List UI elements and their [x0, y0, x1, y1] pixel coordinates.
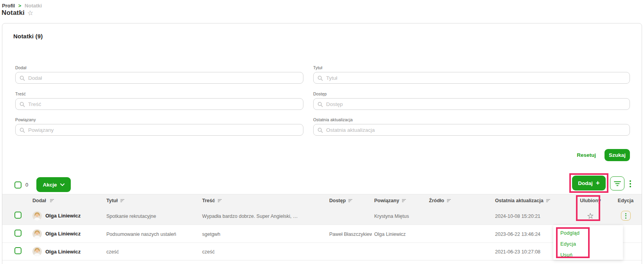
cell-dodal-value: Olga Liniewicz — [45, 231, 81, 237]
column-header-ulubiony: Ulubiony — [571, 198, 610, 203]
cell-dodal-value: Olga Liniewicz — [45, 249, 81, 255]
cell-dodal: Olga Liniewicz — [32, 247, 104, 256]
cell-powiazany: Olga Liniewicz — [372, 230, 427, 237]
column-header-label: Ostatnia aktualizacja — [495, 198, 544, 203]
column-header-edycja: Edycja — [610, 198, 642, 203]
panel-heading: Notatki (9) — [13, 33, 43, 40]
context-menu-item-podglad[interactable]: Podgląd — [553, 228, 623, 239]
ostatnia-aktualizacja-input[interactable] — [325, 124, 627, 135]
selected-count: 0 — [25, 182, 28, 188]
column-header-label: Powiązany — [374, 198, 399, 203]
chevron-down-icon — [60, 183, 65, 186]
column-header-zrodlo[interactable]: Źródło — [427, 198, 491, 203]
search-icon — [20, 128, 25, 133]
search-icon — [318, 75, 323, 81]
filter-field-tytul: Tytuł — [313, 65, 630, 84]
filter-field-tresc: Treść — [15, 92, 303, 110]
column-header-label: Edycja — [618, 198, 633, 203]
column-header-dostep[interactable]: Dostęp — [327, 198, 372, 203]
filter-field-ostatnia-aktualizacja: Ostatnia aktualizacja — [313, 117, 630, 136]
sort-lines-icon — [546, 199, 551, 203]
cell-checkbox — [2, 247, 32, 256]
sort-lines-icon — [348, 199, 353, 203]
search-icon — [318, 128, 323, 133]
cell-aktualizacja-value: 2024-10-08 15:20:21 — [495, 214, 540, 219]
row-checkbox[interactable] — [14, 230, 22, 237]
cell-dodal: Olga Liniewicz — [32, 211, 104, 221]
table-header-row: DodałTytułTreśćDostępPowiązanyŹródłoOsta… — [2, 194, 642, 207]
add-button-label: Dodaj — [578, 180, 593, 186]
tresc-input[interactable] — [27, 99, 301, 110]
filter-label: Powiązany — [15, 117, 303, 122]
table-row: Olga LiniewiczPodsumowanie naszych ustal… — [2, 224, 642, 242]
table-row: Olga Liniewiczcześćcześć2021-06-23 10:27… — [2, 242, 642, 260]
column-header-aktualizacja[interactable]: Ostatnia aktualizacja — [491, 198, 571, 203]
cell-aktualizacja-value: 2023-06-22 13:46:24 — [495, 232, 540, 237]
filter-label: Dodał — [15, 65, 303, 70]
cell-aktualizacja: 2024-10-08 15:20:21 — [491, 212, 571, 219]
column-header-dodal[interactable]: Dodał — [32, 198, 104, 203]
filter-label: Ostatnia aktualizacja — [313, 117, 630, 122]
dostep-input[interactable] — [325, 99, 627, 110]
cell-dostep: Paweł Błaszczykiewicz — [327, 230, 372, 237]
cell-dostep-value: Paweł Błaszczykiewicz — [329, 232, 372, 237]
column-header-label: Dostęp — [329, 198, 346, 203]
breadcrumb-item-notatki: Notatki — [25, 3, 42, 9]
column-header-label: Źródło — [429, 198, 444, 203]
notes-page: Profil > Notatki Notatki ☆ Notatki (9) D… — [0, 0, 644, 264]
column-header-label: Dodał — [32, 198, 46, 203]
cell-checkbox — [2, 230, 32, 238]
column-header-label: Tytuł — [106, 198, 118, 203]
page-favorite-star-icon[interactable]: ☆ — [27, 9, 34, 17]
table-row: Olga LiniewiczSpotkanie rekrutacyjneWypa… — [2, 207, 642, 224]
context-menu-item-edycja[interactable]: Edycja — [553, 239, 623, 250]
row-checkbox[interactable] — [14, 247, 22, 254]
sort-lines-icon — [447, 199, 451, 203]
cell-tytul-value: Podsumowanie naszych ustaleń — [106, 232, 176, 237]
breadcrumb-item-profil[interactable]: Profil — [2, 3, 15, 9]
sort-lines-icon — [120, 199, 125, 203]
column-header-tytul[interactable]: Tytuł — [104, 198, 200, 203]
search-button[interactable]: Szukaj — [605, 149, 630, 161]
sort-lines-icon — [217, 199, 222, 203]
filter-field-dodal: Dodał — [15, 65, 303, 84]
cell-tresc: cześć — [200, 248, 327, 255]
column-header-powiazany[interactable]: Powiązany — [372, 198, 427, 203]
reset-button[interactable]: Resetuj — [577, 152, 596, 158]
search-icon — [318, 102, 323, 107]
table-options-kebab-icon[interactable] — [627, 178, 633, 189]
cell-tytul-value: Spotkanie rekrutacyjne — [106, 214, 156, 219]
favorite-star-icon[interactable]: ☆ — [587, 212, 594, 220]
breadcrumb-separator: > — [18, 3, 22, 9]
context-menu-item-usun[interactable]: Usuń — [553, 250, 623, 260]
avatar — [32, 211, 42, 221]
cell-powiazany-value: Krystyna Miętus — [374, 214, 409, 219]
cell-ulubiony: ☆ — [571, 212, 610, 220]
cell-tresc: sgetgwh — [200, 230, 327, 237]
sort-lines-icon — [402, 199, 406, 203]
add-button[interactable]: Dodaj + — [572, 176, 606, 190]
user-avatar-photo — [32, 247, 42, 256]
sort-lines-icon — [50, 199, 54, 203]
search-icon — [20, 75, 25, 81]
filter-toggle-button[interactable] — [610, 176, 624, 190]
plus-icon: + — [596, 179, 600, 187]
column-header-label: Ulubiony — [580, 198, 601, 203]
dodal-input[interactable] — [27, 72, 301, 83]
cell-checkbox — [2, 212, 32, 220]
tytul-input[interactable] — [325, 72, 627, 83]
cell-dodal-value: Olga Liniewicz — [45, 213, 81, 219]
column-header-tresc[interactable]: Treść — [200, 198, 327, 203]
actions-button[interactable]: Akcje — [36, 177, 71, 192]
search-icon — [20, 102, 25, 107]
cell-powiazany-value: Olga Liniewicz — [374, 232, 406, 237]
notes-table: DodałTytułTreśćDostępPowiązanyŹródłoOsta… — [2, 194, 642, 260]
cell-tresc-value: sgetgwh — [202, 232, 221, 237]
powiazany-input[interactable] — [27, 124, 301, 135]
row-edit-kebab-button[interactable] — [621, 211, 631, 221]
user-avatar-photo — [32, 229, 42, 239]
cell-tresc: Wypadła bardzo dobrze. Super Angielski, … — [200, 212, 327, 219]
row-checkbox[interactable] — [14, 212, 22, 219]
filter-label: Tytuł — [313, 65, 630, 70]
select-all-checkbox[interactable] — [14, 181, 22, 189]
